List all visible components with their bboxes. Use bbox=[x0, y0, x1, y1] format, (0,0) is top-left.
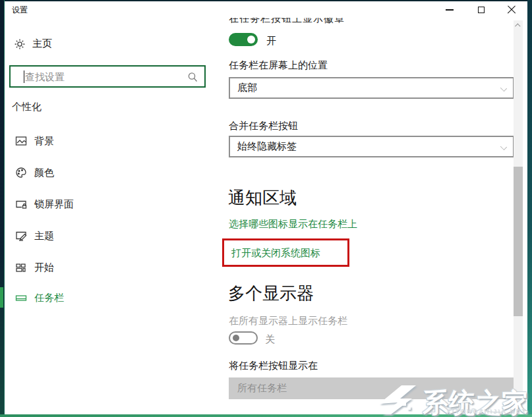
show-on-all-displays-label: 在所有显示器上显示任务栏 bbox=[229, 315, 347, 327]
badge-toggle[interactable] bbox=[229, 33, 258, 46]
themes-icon bbox=[15, 229, 28, 242]
scrollbar-thumb[interactable] bbox=[514, 167, 523, 316]
close-button[interactable] bbox=[498, 0, 525, 20]
sidebar-item-lock-screen[interactable]: 锁屏界面 bbox=[0, 194, 211, 215]
select-icons-link[interactable]: 选择哪些图标显示在任务栏上 bbox=[229, 218, 357, 231]
sidebar-item-label: 锁屏界面 bbox=[34, 198, 74, 211]
sidebar-home-label: 主页 bbox=[32, 38, 52, 50]
taskbar-icon bbox=[15, 291, 28, 304]
gear-icon bbox=[14, 38, 26, 50]
start-tiles-icon bbox=[15, 261, 28, 274]
notification-area-heading: 通知区域 bbox=[228, 186, 297, 209]
system-icons-link[interactable]: 打开或关闭系统图标 bbox=[231, 247, 320, 260]
all-displays-toggle[interactable] bbox=[229, 331, 258, 345]
toggle-knob bbox=[233, 335, 239, 341]
maximize-icon bbox=[478, 7, 485, 13]
dropdown-value: 始终隐藏标签 bbox=[237, 140, 297, 153]
search-input[interactable] bbox=[25, 67, 183, 86]
taskbar-position-label: 任务栏在屏幕上的位置 bbox=[229, 59, 328, 72]
minimize-icon bbox=[446, 9, 454, 11]
chevron-down-icon bbox=[500, 144, 507, 150]
all-displays-toggle-state: 关 bbox=[265, 333, 275, 346]
sidebar-item-label: 主题 bbox=[34, 230, 54, 242]
text-caret bbox=[24, 70, 24, 83]
dropdown-value: 底部 bbox=[237, 82, 257, 94]
sidebar-item-colors[interactable]: 颜色 bbox=[0, 162, 211, 183]
sidebar-item-label: 任务栏 bbox=[34, 292, 64, 304]
scrollbar-up-arrow[interactable] bbox=[514, 22, 523, 30]
sidebar-item-taskbar[interactable]: 任务栏 bbox=[0, 287, 211, 308]
badge-toggle-state: 开 bbox=[266, 35, 276, 47]
close-icon bbox=[506, 5, 517, 15]
toggle-knob bbox=[247, 36, 255, 43]
sidebar-item-themes[interactable]: 主题 bbox=[0, 225, 211, 246]
combine-buttons-label: 合并任务栏按钮 bbox=[229, 120, 298, 132]
show-buttons-on-label: 将任务栏按钮显示在 bbox=[229, 360, 318, 372]
sidebar-item-home[interactable]: 主页 bbox=[14, 38, 52, 50]
desktop-edge-right bbox=[527, 0, 532, 417]
desktop-edge-bottom bbox=[0, 414, 532, 417]
sidebar-item-label: 开始 bbox=[34, 262, 54, 274]
settings-window: 设置 主页 个性化 背景 颜色 锁屏界面 主题 开始 bbox=[0, 0, 532, 417]
badge-setting-label-clipped: 在任务栏按钮上显示徽章 bbox=[229, 18, 400, 24]
show-buttons-on-dropdown: 所有任务栏 bbox=[229, 377, 514, 399]
sidebar-section-title: 个性化 bbox=[12, 101, 42, 113]
search-icon bbox=[187, 71, 198, 83]
minimize-button[interactable] bbox=[436, 0, 463, 20]
lock-screen-icon bbox=[15, 198, 28, 211]
sidebar-item-label: 颜色 bbox=[34, 167, 54, 179]
sidebar-item-start[interactable]: 开始 bbox=[0, 257, 211, 278]
taskbar-position-dropdown[interactable]: 底部 bbox=[229, 77, 514, 99]
maximize-button[interactable] bbox=[467, 0, 495, 20]
sidebar-item-background[interactable]: 背景 bbox=[0, 130, 211, 152]
chevron-down-icon bbox=[500, 85, 507, 92]
multiple-displays-heading: 多个显示器 bbox=[228, 282, 314, 305]
background-icon bbox=[15, 134, 28, 148]
search-box bbox=[9, 65, 206, 88]
dropdown-value: 所有任务栏 bbox=[237, 382, 287, 395]
window-title: 设置 bbox=[12, 5, 28, 16]
combine-buttons-dropdown[interactable]: 始终隐藏标签 bbox=[229, 136, 514, 157]
active-item-indicator bbox=[0, 287, 3, 308]
watermark-subtext: XITONGZHIJIA.NET bbox=[446, 408, 527, 414]
sidebar-item-label: 背景 bbox=[34, 135, 54, 148]
palette-icon bbox=[15, 166, 28, 179]
